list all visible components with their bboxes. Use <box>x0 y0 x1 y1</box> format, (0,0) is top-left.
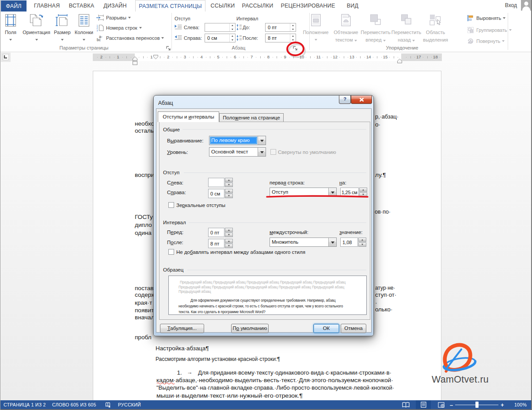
word-count[interactable]: СЛОВО 605 ИЗ 605 <box>52 400 96 409</box>
mirror-indents-checkbox[interactable] <box>168 202 174 208</box>
ribbon-button-breaks[interactable]: Разрывы <box>96 14 131 22</box>
before-spinner[interactable]: 0 пт <box>208 228 233 237</box>
spin-buttons[interactable] <box>225 239 233 248</box>
zoom-out-button[interactable]: – <box>450 400 453 409</box>
ribbon-tab-6[interactable]: РАССЫЛКИ <box>239 0 276 11</box>
right-indent-marker[interactable] <box>397 57 402 65</box>
spin-down-button[interactable] <box>225 244 233 248</box>
spin-down-button[interactable] <box>225 233 233 237</box>
language-indicator[interactable]: РУССКИЙ <box>118 400 141 409</box>
print-layout-button[interactable] <box>416 400 431 409</box>
spin-buttons[interactable] <box>225 228 233 237</box>
dialog-help-button[interactable]: ? <box>339 96 351 104</box>
orientation-icon <box>29 14 44 29</box>
spin-arrows[interactable] <box>229 34 235 42</box>
horizontal-ruler[interactable]: 211234567891011121314151718 <box>93 54 442 61</box>
spin-buttons[interactable] <box>225 178 233 187</box>
first-line-indent-marker[interactable] <box>153 53 158 61</box>
document-text-line: Для·придания·всему·тексту·одинакового·ви… <box>198 369 391 376</box>
default-button[interactable]: По умолчанию <box>231 324 269 333</box>
spin-arrows[interactable] <box>290 34 296 42</box>
alignment-dropdown-button[interactable] <box>258 136 266 145</box>
tabs-button[interactable]: Табуляция... <box>160 324 204 333</box>
ribbon-button-align[interactable]: Выровнять <box>467 14 505 22</box>
spin-up-button[interactable] <box>225 189 233 193</box>
indent-left-label: Слева: <box>167 180 183 185</box>
firstline-combobox[interactable]: Отступ <box>270 188 337 197</box>
indent-right-value[interactable]: 0 см <box>208 189 224 198</box>
indent-right-spinner[interactable]: 0 см <box>208 189 233 198</box>
linespacing-dropdown-button[interactable] <box>328 238 336 246</box>
level-combobox[interactable]: Основной текст <box>209 147 266 157</box>
collapsed-checkbox[interactable] <box>270 149 276 155</box>
spin-buttons[interactable] <box>358 238 366 247</box>
firstline-dropdown-button[interactable] <box>328 188 336 196</box>
tab-line-and-page-breaks[interactable]: Положение на странице <box>219 113 284 122</box>
ribbon-tab-file[interactable]: ФАЙЛ <box>1 0 27 11</box>
ok-button[interactable]: ОК <box>313 324 339 333</box>
ribbon-button-line-numbers[interactable]: 123 Номера строк <box>96 24 142 32</box>
spin-down-button[interactable] <box>359 192 367 197</box>
spin-up-button[interactable] <box>225 228 233 232</box>
zoom-level[interactable]: 100% <box>511 400 530 409</box>
spin-arrows[interactable] <box>229 23 235 31</box>
ribbon-spinner-2[interactable]: 0 пт <box>265 23 296 32</box>
ribbon-tab-2[interactable]: ВСТАВКА <box>65 0 99 11</box>
spin-up-button[interactable] <box>358 238 366 242</box>
after-value[interactable]: 8 пт <box>208 239 224 248</box>
account-avatar-icon[interactable] <box>521 0 532 11</box>
ribbon-tab-4[interactable]: РАЗМЕТКА СТРАНИЦЫ <box>135 0 205 11</box>
ribbon-tab-1[interactable]: ГЛАВНАЯ <box>29 0 65 11</box>
page-indicator[interactable]: СТРАНИЦА 1 ИЗ 2 <box>4 400 46 409</box>
read-mode-button[interactable] <box>398 400 413 409</box>
proofing-icon[interactable] <box>105 400 111 409</box>
sign-in-link[interactable]: Вход <box>505 0 517 11</box>
alignment-combobox[interactable]: По левому краю <box>209 136 266 145</box>
paragraph-dialog-launcher[interactable] <box>292 45 299 52</box>
spin-down-button[interactable] <box>225 194 233 198</box>
tab-indents-and-spacing[interactable]: Отступы и интервалы <box>158 111 219 122</box>
spin-up-button[interactable] <box>225 239 233 243</box>
level-dropdown-button[interactable] <box>258 148 266 156</box>
indent-left-value[interactable] <box>208 178 224 187</box>
indent-left-spinner[interactable] <box>208 178 233 187</box>
dropdown-caret <box>503 17 505 19</box>
ribbon-tab-5[interactable]: ССЫЛКИ <box>207 0 239 11</box>
page-setup-dialog-launcher[interactable] <box>165 45 172 52</box>
linespacing-combobox[interactable]: Множитель <box>270 238 337 247</box>
after-spinner[interactable]: 8 пт <box>208 239 233 248</box>
ribbon-spinner-0[interactable] <box>205 23 236 32</box>
value-spinner[interactable]: 1,08 <box>340 238 366 247</box>
ribbon-button-hyphenation[interactable]: a-bc Расстановка переносов <box>96 34 164 42</box>
left-indent-marker[interactable] <box>133 57 137 67</box>
value-value[interactable]: 1,08 <box>340 238 358 247</box>
web-layout-button[interactable] <box>433 400 448 409</box>
at-value[interactable]: 1,25 см <box>340 188 359 197</box>
ribbon-button-columns[interactable]: Колонки <box>72 12 96 44</box>
zoom-in-button[interactable]: + <box>501 400 504 409</box>
dialog-close-button[interactable] <box>351 96 372 104</box>
spin-arrows[interactable] <box>290 23 296 31</box>
spin-buttons[interactable] <box>225 189 233 198</box>
at-spinner[interactable]: 1,25 см <box>340 188 367 197</box>
spin-down-button[interactable] <box>358 242 366 247</box>
ribbon-tab-3[interactable]: ДИЗАЙН <box>99 0 131 11</box>
document-text-line: появит <box>135 307 154 314</box>
ribbon-spinner-1[interactable]: 0 см <box>205 34 236 42</box>
spin-down-button[interactable] <box>225 183 233 187</box>
ribbon-button-orientation[interactable]: Ориентация <box>19 12 54 44</box>
ribbon-tab-8[interactable]: ВИД <box>341 0 364 11</box>
ribbon-button-margins[interactable]: Поля <box>2 12 19 44</box>
spin-buttons[interactable] <box>359 188 367 197</box>
spin-up-button[interactable] <box>359 188 367 192</box>
cancel-button[interactable]: Отмена <box>341 324 366 333</box>
spin-up-icon <box>232 25 233 26</box>
ribbon-button-size[interactable]: Размер <box>51 12 73 44</box>
before-value[interactable]: 0 пт <box>208 228 224 237</box>
zoom-slider-thumb[interactable] <box>475 402 479 408</box>
ribbon-spinner-3[interactable]: 8 пт <box>265 34 296 42</box>
tab-stop-selector[interactable] <box>1 53 11 62</box>
spin-up-button[interactable] <box>225 178 233 182</box>
ribbon-tab-7[interactable]: РЕЦЕНЗИРОВАНИЕ <box>277 0 339 11</box>
no-space-checkbox[interactable] <box>168 249 174 255</box>
